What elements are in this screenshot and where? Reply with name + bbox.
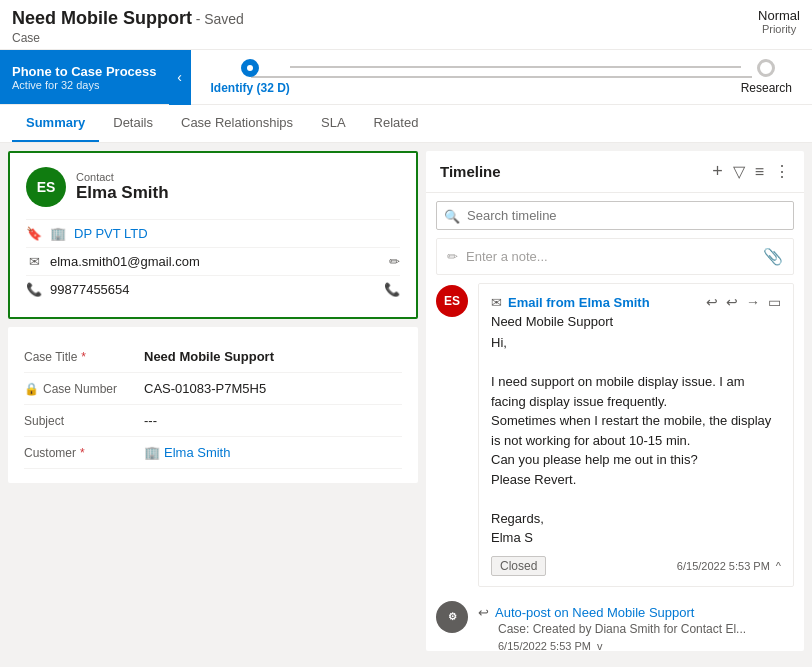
priority-label: Priority <box>758 23 800 35</box>
entry-avatar-es: ES <box>436 285 468 317</box>
form-row-subject: Subject --- <box>24 405 402 437</box>
autopost-subtitle: Case: Created by Diana Smith for Contact… <box>478 622 794 636</box>
bookmark-icon: 🔖 <box>26 226 42 241</box>
search-icon: 🔍 <box>444 208 460 223</box>
timeline-header: Timeline + ▽ ≡ ⋮ <box>426 151 804 193</box>
email-edit-icon[interactable]: ✏ <box>389 254 400 269</box>
contact-email[interactable]: elma.smith01@gmail.com <box>50 254 200 269</box>
process-chevron[interactable]: ‹ <box>169 50 191 105</box>
timeline-actions: + ▽ ≡ ⋮ <box>712 161 790 182</box>
case-title: Need Mobile Support <box>12 8 192 28</box>
form-label-subject: Subject <box>24 414 144 428</box>
stage-identify[interactable]: Identify (32 D) <box>211 59 290 95</box>
entry-subject-email: Need Mobile Support <box>491 314 781 329</box>
entry-time-email: 6/15/2022 5:53 PM ^ <box>677 560 781 572</box>
autopost-time-value: 6/15/2022 5:53 PM <box>498 640 591 652</box>
saved-label: - Saved <box>196 11 244 27</box>
tab-case-relationships[interactable]: Case Relationships <box>167 105 307 142</box>
customer-link-icon: 🏢 <box>144 445 160 460</box>
contact-type-label: Contact <box>76 171 169 183</box>
contact-company-row: 🔖 🏢 DP PVT LTD <box>26 219 400 247</box>
stage-connector <box>290 66 741 68</box>
process-subtitle: Active for 32 days <box>12 79 157 91</box>
autopost-icon: ↩ <box>478 605 489 620</box>
header: Need Mobile Support - Saved Case Normal … <box>0 0 812 50</box>
contact-phone-row: 📞 99877455654 📞 <box>26 275 400 303</box>
content: ES Contact Elma Smith 🔖 🏢 DP PVT LTD ✉ e… <box>0 143 812 659</box>
timeline-more-icon[interactable]: ⋮ <box>774 162 790 181</box>
entry-title-row: ✉ Email from Elma Smith <box>491 295 650 310</box>
process-label: Phone to Case Process Active for 32 days <box>0 50 169 104</box>
entry-time-value: 6/15/2022 5:53 PM <box>677 560 770 572</box>
contact-email-row: ✉ elma.smith01@gmail.com ✏ <box>26 247 400 275</box>
entry-chevron-up[interactable]: ^ <box>776 560 781 572</box>
form-value-case-title[interactable]: Need Mobile Support <box>144 349 274 364</box>
form-label-case-title: Case Title * <box>24 350 144 364</box>
entry-more-icon[interactable]: ▭ <box>768 294 781 310</box>
process-title: Phone to Case Process <box>12 64 157 79</box>
header-right: Normal Priority <box>758 8 800 35</box>
reply-icon[interactable]: ↩ <box>706 294 718 310</box>
entry2-title: ↩ Auto-post on Need Mobile Support <box>478 605 794 620</box>
form-label-case-number: 🔒 Case Number <box>24 382 144 396</box>
contact-info: Contact Elma Smith <box>76 171 169 203</box>
stage-label-research: Research <box>741 81 792 95</box>
left-panel: ES Contact Elma Smith 🔖 🏢 DP PVT LTD ✉ e… <box>8 151 418 651</box>
contact-company-left: 🔖 🏢 DP PVT LTD <box>26 226 148 241</box>
contact-phone[interactable]: 99877455654 <box>50 282 130 297</box>
form-value-customer[interactable]: 🏢 Elma Smith <box>144 445 230 460</box>
form-value-case-number: CAS-01083-P7M5H5 <box>144 381 266 396</box>
tab-sla[interactable]: SLA <box>307 105 360 142</box>
timeline-filter-icon[interactable]: ▽ <box>733 162 745 181</box>
entry-footer-email: Closed 6/15/2022 5:53 PM ^ <box>491 556 781 576</box>
case-label: Case <box>12 31 244 45</box>
note-placeholder: ✏ Enter a note... <box>447 249 548 264</box>
header-left: Need Mobile Support - Saved Case <box>12 8 244 45</box>
tab-summary[interactable]: Summary <box>12 105 99 142</box>
reply-all-icon[interactable]: ↩ <box>726 294 738 310</box>
header-title-row: Need Mobile Support - Saved <box>12 8 244 29</box>
autopost-title[interactable]: Auto-post on Need Mobile Support <box>495 605 694 620</box>
tab-related[interactable]: Related <box>360 105 433 142</box>
entry-body-email: Hi, I need support on mobile display iss… <box>491 333 781 548</box>
forward-icon[interactable]: → <box>746 294 760 310</box>
form-label-customer: Customer * <box>24 446 144 460</box>
contact-company[interactable]: DP PVT LTD <box>74 226 148 241</box>
contact-phone-left: 📞 99877455654 <box>26 282 130 297</box>
timeline-add-button[interactable]: + <box>712 161 723 182</box>
contact-name: Elma Smith <box>76 183 169 203</box>
entry-title-email[interactable]: Email from Elma Smith <box>508 295 650 310</box>
note-area[interactable]: ✏ Enter a note... 📎 <box>436 238 794 275</box>
process-stages: Identify (32 D) Research <box>191 59 813 95</box>
required-indicator: * <box>81 350 86 364</box>
timeline-list-icon[interactable]: ≡ <box>755 163 764 181</box>
email-icon: ✉ <box>26 254 42 269</box>
pencil-icon: ✏ <box>447 249 458 264</box>
contact-email-left: ✉ elma.smith01@gmail.com <box>26 254 200 269</box>
timeline-title: Timeline <box>440 163 501 180</box>
entry-header-email: ✉ Email from Elma Smith ↩ ↩ → ▭ <box>491 294 781 310</box>
phone-call-icon[interactable]: 📞 <box>384 282 400 297</box>
contact-header: ES Contact Elma Smith <box>26 167 400 207</box>
form-value-subject[interactable]: --- <box>144 413 157 428</box>
entry-content-email: ✉ Email from Elma Smith ↩ ↩ → ▭ Need Mob… <box>478 283 794 587</box>
attach-icon[interactable]: 📎 <box>763 247 783 266</box>
email-entry-icon: ✉ <box>491 295 502 310</box>
closed-badge: Closed <box>491 556 546 576</box>
form-row-customer: Customer * 🏢 Elma Smith <box>24 437 402 469</box>
search-input[interactable] <box>436 201 794 230</box>
stage-research[interactable]: Research <box>741 59 792 95</box>
timeline-entry-email: ES ✉ Email from Elma Smith ↩ ↩ → ▭ <box>436 283 794 587</box>
right-panel: Timeline + ▽ ≡ ⋮ 🔍 ✏ Enter a note... 📎 E… <box>426 151 804 651</box>
priority-value: Normal <box>758 8 800 23</box>
autopost-chevron-down[interactable]: v <box>597 640 603 652</box>
phone-icon: 📞 <box>26 282 42 297</box>
tab-details[interactable]: Details <box>99 105 167 142</box>
lock-icon: 🔒 <box>24 382 39 396</box>
timeline-entry-autopost: ⚙ ↩ Auto-post on Need Mobile Support Cas… <box>436 599 794 652</box>
priority-badge: Normal Priority <box>758 8 800 35</box>
required-indicator-customer: * <box>80 446 85 460</box>
entry-actions-email: ↩ ↩ → ▭ <box>706 294 781 310</box>
process-bar: Phone to Case Process Active for 32 days… <box>0 50 812 105</box>
contact-avatar: ES <box>26 167 66 207</box>
